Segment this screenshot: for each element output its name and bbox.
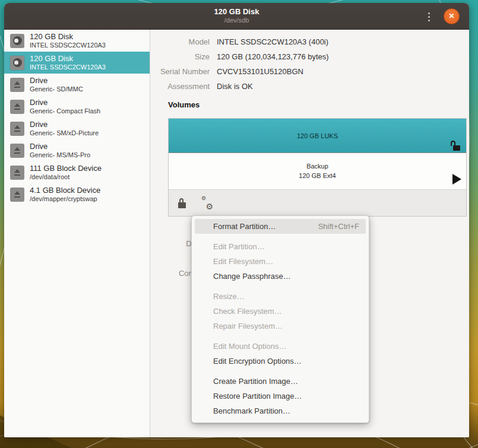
menu-item-edit-partition: Edit Partition… (195, 239, 366, 254)
device-subtitle: Generic- SM/xD-Picture (30, 129, 99, 137)
menu-item-label: Check Filesystem… (213, 304, 282, 319)
menu-item-accelerator: Shift+Ctrl+F (318, 219, 359, 234)
assessment-label: Assessment (151, 79, 210, 94)
menu-item-label: Benchmark Partition… (213, 403, 290, 418)
device-subtitle: INTEL SSDSC2CW120A3 (30, 42, 106, 49)
small-gear-icon: ⚙ (201, 196, 206, 201)
eject-icon (10, 144, 24, 158)
menu-item-edit-mount-options: Edit Mount Options… (195, 339, 366, 354)
ext4-volume-segment[interactable]: Backup 120 GB Ext4 (169, 153, 466, 190)
device-subtitle: Generic- SD/MMC (30, 85, 83, 93)
menu-item-label: Edit Partition… (213, 239, 265, 254)
partition-context-menu: Format Partition… Shift+Ctrl+F Edit Part… (191, 215, 369, 423)
kebab-dot (428, 20, 430, 21)
eject-icon (10, 122, 24, 136)
menu-item-create-partition-image[interactable]: Create Partition Image… (195, 374, 366, 389)
luks-volume-label: 120 GB LUKS (297, 132, 338, 139)
menu-item-restore-partition-image[interactable]: Restore Partition Image… (195, 389, 366, 403)
eject-icon (10, 166, 24, 180)
device-title: Drive (30, 77, 83, 85)
sidebar-item-drive-compactflash[interactable]: Drive Generic- Compact Flash (4, 96, 150, 117)
size-label: Size (151, 49, 210, 64)
harddisk-icon (10, 34, 24, 48)
volume-toolbar: ⚙ ⚙ (169, 190, 466, 216)
additional-partition-options-button[interactable]: ⚙ ⚙ (201, 198, 212, 208)
device-title: Drive (30, 142, 90, 151)
lock-button[interactable] (178, 198, 187, 208)
gear-icon: ⚙ (205, 202, 213, 211)
model-value: INTEL SSDSC2CW120A3 (400i) (217, 34, 469, 49)
device-subtitle: Generic- Compact Flash (30, 107, 100, 115)
size-value: 120 GB (120,034,123,776 bytes) (217, 49, 469, 64)
menu-item-label: Restore Partition Image… (213, 389, 302, 403)
device-title: 120 GB Disk (30, 55, 106, 63)
volumes-heading: Volumes (168, 100, 469, 109)
window-subtitle: /dev/sdb (214, 17, 259, 25)
partition-name: Backup (306, 162, 328, 171)
app-menu-button[interactable] (423, 10, 435, 23)
eject-icon (10, 188, 24, 202)
device-subtitle: /dev/mapper/cryptswap (30, 195, 100, 203)
sidebar-item-block-cryptswap[interactable]: 4.1 GB Block Device /dev/mapper/cryptswa… (4, 183, 150, 205)
menu-item-label: Resize… (213, 289, 245, 304)
device-title: Drive (30, 99, 100, 107)
menu-item-label: Change Passphrase… (213, 269, 291, 284)
eject-icon (10, 100, 24, 114)
eject-icon (10, 78, 24, 92)
menu-item-label: Repair Filesystem… (213, 319, 283, 333)
mount-play-icon (452, 174, 461, 185)
device-title: Drive (30, 120, 99, 129)
menu-item-edit-encryption-options[interactable]: Edit Encryption Options… (195, 354, 366, 368)
menu-item-benchmark-partition[interactable]: Benchmark Partition… (195, 403, 366, 418)
device-subtitle: INTEL SSDSC2CW120A3 (30, 63, 106, 71)
device-title: 4.1 GB Block Device (30, 186, 100, 195)
disks-window: 120 GB Disk /dev/sdb ✕ 120 GB Disk INTEL… (4, 3, 469, 437)
lock-open-icon (452, 141, 461, 151)
sidebar-item-drive-sdmmc[interactable]: Drive Generic- SD/MMC (4, 74, 150, 96)
menu-item-label: Edit Filesystem… (213, 254, 273, 269)
model-label: Model (151, 34, 210, 49)
menu-item-edit-filesystem: Edit Filesystem… (195, 254, 366, 269)
titlebar[interactable]: 120 GB Disk /dev/sdb ✕ (4, 3, 469, 30)
menu-item-check-filesystem: Check Filesystem… (195, 304, 366, 319)
luks-volume-segment[interactable]: 120 GB LUKS (169, 119, 466, 153)
partition-info: 120 GB Ext4 (299, 171, 335, 181)
menu-item-label: Format Partition… (213, 219, 276, 234)
menu-item-label: Edit Mount Options… (213, 339, 287, 354)
titlebar-titles: 120 GB Disk /dev/sdb (214, 7, 259, 25)
sidebar-item-disk-sdb-selected[interactable]: 120 GB Disk INTEL SSDSC2CW120A3 (4, 52, 150, 74)
kebab-dot (428, 12, 430, 14)
sidebar-item-drive-smxd[interactable]: Drive Generic- SM/xD-Picture (4, 117, 150, 139)
window-title: 120 GB Disk (214, 7, 259, 17)
device-subtitle: /dev/data/root (30, 173, 102, 181)
menu-item-change-passphrase[interactable]: Change Passphrase… (195, 269, 366, 284)
device-subtitle: Generic- MS/MS-Pro (30, 151, 90, 159)
harddisk-icon (10, 56, 24, 70)
kebab-dot (428, 16, 430, 18)
device-sidebar: 120 GB Disk INTEL SSDSC2CW120A3 120 GB D… (4, 30, 150, 437)
device-title: 111 GB Block Device (30, 164, 102, 173)
serial-label: Serial Number (151, 64, 210, 79)
menu-item-format-partition[interactable]: Format Partition… Shift+Ctrl+F (195, 219, 366, 234)
menu-item-label: Edit Encryption Options… (213, 354, 302, 368)
sidebar-item-block-dataroot[interactable]: 111 GB Block Device /dev/data/root (4, 161, 150, 183)
device-title: 120 GB Disk (30, 33, 106, 42)
assessment-value: Disk is OK (217, 79, 469, 94)
menu-item-label: Create Partition Image… (213, 374, 298, 389)
close-icon: ✕ (448, 12, 454, 20)
sidebar-item-disk-sda[interactable]: 120 GB Disk INTEL SSDSC2CW120A3 (4, 30, 150, 52)
sidebar-item-drive-msmspro[interactable]: Drive Generic- MS/MS-Pro (4, 139, 150, 161)
menu-item-repair-filesystem: Repair Filesystem… (195, 319, 366, 333)
menu-item-resize: Resize… (195, 289, 366, 304)
serial-value: CVCV153101U5120BGN (217, 64, 469, 79)
volumes-widget: 120 GB LUKS Backup 120 GB Ext4 ⚙ ⚙ (168, 118, 467, 217)
disk-info-grid: Model INTEL SSDSC2CW120A3 (400i) Size 12… (151, 30, 469, 94)
close-button[interactable]: ✕ (444, 8, 460, 24)
